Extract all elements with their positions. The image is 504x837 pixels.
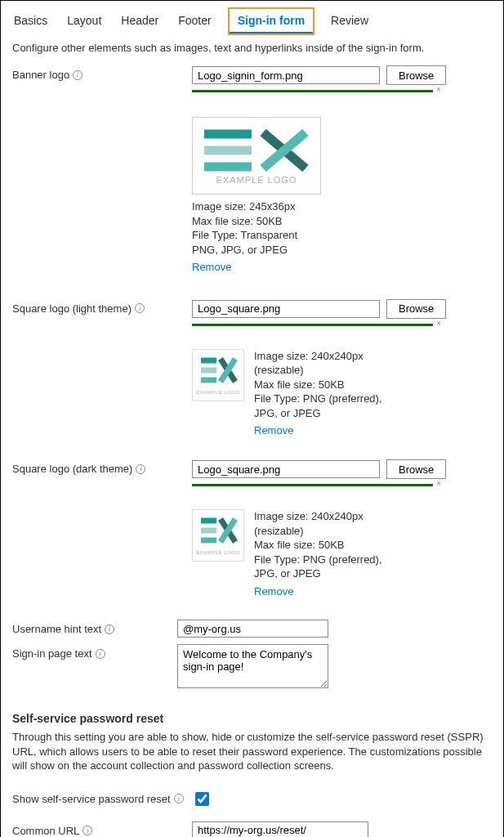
common-url-input[interactable] — [192, 821, 368, 837]
tab-layout[interactable]: Layout — [65, 9, 103, 34]
square-light-logo-caption: EXAMPLE LOGO — [196, 390, 239, 395]
info-icon[interactable]: i — [174, 794, 184, 803]
square-light-filename-input[interactable] — [192, 300, 380, 318]
square-dark-upload-progress — [192, 484, 433, 486]
banner-spec-filetype: File Type: Transparent PNG, JPG, or JPEG — [192, 228, 323, 257]
banner-logo-label: Banner logo — [12, 69, 69, 81]
banner-logo-browse-button[interactable]: Browse — [386, 65, 446, 85]
banner-logo-preview: EXAMPLE LOGO — [192, 117, 321, 195]
square-light-spec-maxfile: Max file size: 50KB — [254, 378, 385, 392]
square-light-upload-progress — [192, 324, 433, 326]
info-icon[interactable]: i — [83, 826, 92, 835]
square-dark-label: Square logo (dark theme) — [12, 463, 132, 475]
banner-logo-filename-input[interactable] — [192, 66, 380, 84]
common-url-label: Common URL — [12, 825, 79, 837]
show-sspr-checkbox[interactable] — [195, 792, 209, 806]
signin-form-config-panel: Basics Layout Header Footer Sign-in form… — [0, 0, 504, 837]
info-icon[interactable]: i — [105, 624, 114, 634]
clear-upload-icon[interactable]: × — [436, 85, 441, 94]
tab-basics[interactable]: Basics — [12, 9, 49, 34]
sspr-description: Through this setting you are able to sho… — [12, 730, 492, 773]
info-icon[interactable]: i — [73, 70, 83, 80]
signin-text-textarea[interactable] — [177, 644, 328, 688]
tab-review[interactable]: Review — [329, 9, 370, 34]
intro-text: Configure other elements such as images,… — [12, 42, 492, 54]
info-icon[interactable]: i — [135, 303, 145, 313]
banner-spec-size: Image size: 245x36px — [192, 199, 323, 214]
square-light-spec-size: Image size: 240x240px (resizable) — [254, 349, 385, 378]
info-icon[interactable]: i — [96, 649, 105, 659]
square-dark-spec-size: Image size: 240x240px (resizable) — [254, 509, 385, 538]
square-dark-spec-maxfile: Max file size: 50KB — [254, 538, 385, 553]
square-light-remove-link[interactable]: Remove — [254, 423, 293, 438]
square-dark-spec-filetype: File Type: PNG (preferred), JPG, or JPEG — [254, 553, 385, 581]
banner-remove-link[interactable]: Remove — [192, 260, 231, 275]
square-dark-remove-link[interactable]: Remove — [254, 584, 293, 599]
tab-header[interactable]: Header — [119, 9, 160, 34]
square-light-spec-filetype: File Type: PNG (preferred), JPG, or JPEG — [254, 392, 385, 420]
signin-text-label: Sign-in page text — [12, 647, 92, 660]
banner-spec-maxfile: Max file size: 50KB — [192, 214, 323, 229]
info-icon[interactable]: i — [136, 464, 145, 474]
banner-upload-progress — [192, 90, 433, 92]
square-light-browse-button[interactable]: Browse — [386, 299, 446, 319]
username-hint-label: Username hint text — [12, 623, 101, 635]
square-dark-browse-button[interactable]: Browse — [386, 459, 446, 479]
square-light-label: Square logo (light theme) — [12, 302, 132, 315]
clear-upload-icon[interactable]: × — [436, 479, 441, 488]
tab-signin-form[interactable]: Sign-in form — [230, 9, 313, 34]
show-sspr-label: Show self-service password reset — [12, 793, 171, 805]
tab-footer[interactable]: Footer — [176, 9, 212, 34]
square-dark-logo-preview: EXAMPLE LOGO — [192, 509, 244, 562]
username-hint-input[interactable] — [177, 620, 328, 638]
sspr-heading: Self-service password reset — [12, 712, 492, 725]
square-light-logo-preview: EXAMPLE LOGO — [192, 349, 244, 401]
square-dark-filename-input[interactable] — [192, 460, 380, 478]
banner-logo-caption: EXAMPLE LOGO — [216, 175, 297, 185]
tab-bar: Basics Layout Header Footer Sign-in form… — [12, 9, 492, 34]
square-dark-logo-caption: EXAMPLE LOGO — [196, 550, 239, 555]
clear-upload-icon[interactable]: × — [436, 319, 441, 328]
